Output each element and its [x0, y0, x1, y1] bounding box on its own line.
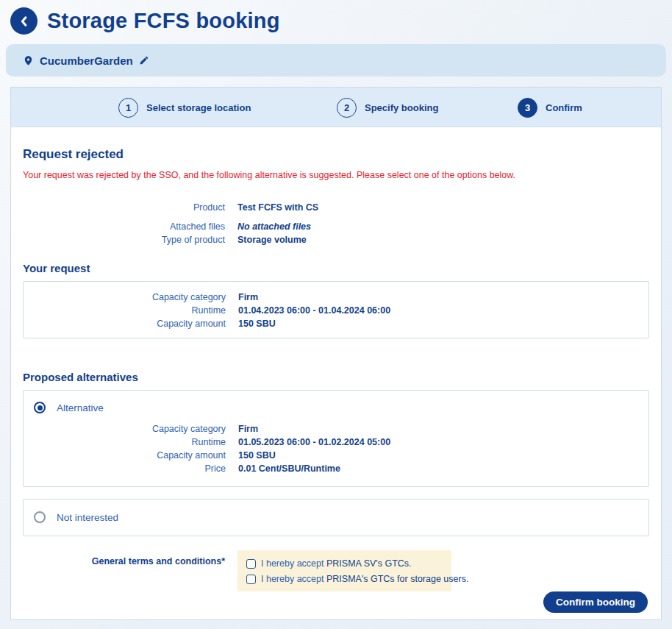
location-bar: CucumberGarden	[6, 44, 666, 77]
step-select-storage-location[interactable]: 1 Select storage location	[118, 88, 251, 127]
not-interested-radio-button[interactable]	[34, 511, 46, 523]
step-specify-booking[interactable]: 2 Specify booking	[337, 88, 438, 127]
runtime-label: Runtime	[24, 305, 226, 316]
gtc-storage-prefix: I hereby accept	[261, 574, 324, 584]
terms-box: I hereby accept PRISMA SV's GTCs. I here…	[237, 550, 451, 591]
type-of-product-value: Storage volume	[237, 235, 307, 245]
capacity-amount-row: Capacity amount 150 SBU	[24, 319, 648, 329]
capacity-category-label: Capacity category	[24, 424, 226, 434]
product-label: Product	[23, 202, 225, 213]
booking-card: 1 Select storage location 2 Specify book…	[10, 87, 662, 620]
gtc-sv-link[interactable]: PRISMA SV's GTCs.	[326, 558, 412, 569]
product-details: Product Test FCFS with CS Attached files…	[23, 202, 649, 245]
pencil-icon	[139, 55, 149, 65]
capacity-amount-label: Capacity amount	[24, 319, 226, 329]
capacity-category-row: Capacity category Firm	[24, 292, 648, 302]
stepper: 1 Select storage location 2 Specify book…	[11, 88, 661, 127]
not-interested-radio-row[interactable]: Not interested	[24, 511, 648, 523]
gtc-storage-checkbox[interactable]	[246, 575, 256, 584]
gtc-sv-prefix: I hereby accept	[261, 558, 324, 569]
confirm-booking-button[interactable]: Confirm booking	[543, 591, 648, 613]
product-value: Test FCFS with CS	[237, 202, 318, 213]
your-request-box: Capacity category Firm Runtime 01.04.202…	[23, 281, 649, 338]
step-label: Select storage location	[146, 102, 251, 113]
step-number: 1	[118, 98, 138, 118]
gtc-sv-label: I hereby accept PRISMA SV's GTCs.	[261, 558, 412, 569]
capacity-category-value: Firm	[238, 292, 258, 302]
attached-files-value: No attached files	[237, 221, 311, 232]
runtime-label: Runtime	[24, 437, 226, 447]
alternative-radio-label: Alternative	[57, 402, 104, 413]
gtc-sv-checkbox-row[interactable]: I hereby accept PRISMA SV's GTCs.	[246, 558, 443, 569]
page-header: Storage FCFS booking	[0, 0, 672, 35]
runtime-value: 01.05.2023 06:00 - 01.02.2024 05:00	[238, 437, 390, 447]
price-label: Price	[24, 463, 226, 474]
edit-location-button[interactable]	[139, 55, 149, 65]
step-confirm[interactable]: 3 Confirm	[518, 88, 582, 127]
chevron-left-icon	[18, 15, 31, 28]
type-of-product-label: Type of product	[23, 235, 225, 245]
capacity-category-value: Firm	[238, 424, 258, 434]
runtime-row: Runtime 01.05.2023 06:00 - 01.02.2024 05…	[24, 437, 648, 447]
card-content: Request rejected Your request was reject…	[11, 147, 661, 591]
runtime-value: 01.04.2023 06:00 - 01.04.2024 06:00	[238, 305, 390, 316]
product-row: Product Test FCFS with CS	[23, 202, 649, 213]
gtc-storage-link[interactable]: PRISMA's GTCs for storage users.	[326, 574, 468, 584]
location-pin-icon	[23, 54, 34, 68]
attached-files-label: Attached files	[23, 221, 225, 232]
price-row: Price 0.01 Cent/SBU/Runtime	[24, 463, 648, 474]
not-interested-radio-label: Not interested	[57, 512, 118, 523]
price-value: 0.01 Cent/SBU/Runtime	[238, 463, 340, 474]
capacity-category-row: Capacity category Firm	[24, 424, 648, 434]
step-label: Confirm	[546, 102, 582, 113]
step-number: 3	[518, 98, 537, 118]
alternative-radio-row[interactable]: Alternative	[24, 402, 648, 413]
alternative-radio-button[interactable]	[34, 402, 46, 413]
step-number: 2	[337, 98, 357, 118]
terms-section: General terms and conditions* I hereby a…	[23, 550, 649, 591]
gtc-storage-label: I hereby accept PRISMA's GTCs for storag…	[261, 574, 468, 584]
terms-label: General terms and conditions*	[23, 550, 225, 591]
step-label: Specify booking	[365, 102, 438, 113]
your-request-heading: Your request	[23, 262, 649, 274]
capacity-amount-value: 150 SBU	[238, 450, 276, 461]
runtime-row: Runtime 01.04.2023 06:00 - 01.04.2024 06…	[24, 305, 648, 316]
attached-files-row: Attached files No attached files	[23, 221, 649, 232]
request-status-heading: Request rejected	[23, 147, 649, 162]
page-title: Storage FCFS booking	[47, 9, 280, 33]
capacity-amount-value: 150 SBU	[238, 319, 276, 329]
proposed-alternatives-heading: Proposed alternatives	[23, 371, 649, 383]
alternative-option-box: Alternative Capacity category Firm Runti…	[23, 390, 649, 487]
back-button[interactable]	[10, 7, 37, 35]
location-name: CucumberGarden	[40, 54, 133, 67]
gtc-sv-checkbox[interactable]	[246, 559, 256, 569]
gtc-storage-checkbox-row[interactable]: I hereby accept PRISMA's GTCs for storag…	[246, 574, 443, 584]
capacity-amount-row: Capacity amount 150 SBU	[24, 450, 648, 461]
request-status-message: Your request was rejected by the SSO, an…	[23, 170, 649, 180]
alternative-details: Capacity category Firm Runtime 01.05.202…	[24, 424, 648, 474]
capacity-amount-label: Capacity amount	[24, 450, 226, 461]
type-of-product-row: Type of product Storage volume	[23, 235, 649, 245]
not-interested-option-box: Not interested	[23, 499, 649, 536]
capacity-category-label: Capacity category	[24, 292, 226, 302]
